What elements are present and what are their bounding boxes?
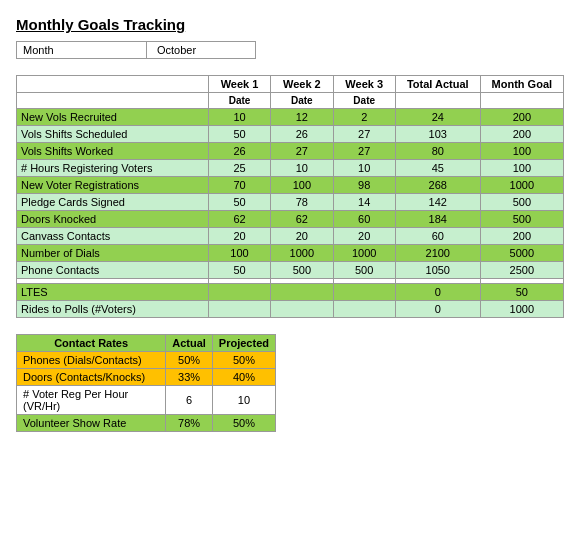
contact-row-cell: 50% xyxy=(166,352,213,369)
row-cell: 103 xyxy=(395,126,480,143)
month-label: Month xyxy=(17,42,147,58)
contact-row-cell: 40% xyxy=(212,369,275,386)
row-cell: 184 xyxy=(395,211,480,228)
row-cell xyxy=(208,301,270,318)
table-row: Pledge Cards Signed507814142500 xyxy=(17,194,564,211)
row-label: New Voter Registrations xyxy=(17,177,209,194)
row-cell: 5000 xyxy=(480,245,563,262)
row-cell: 100 xyxy=(208,245,270,262)
row-label: Pledge Cards Signed xyxy=(17,194,209,211)
row-cell: 50 xyxy=(208,126,270,143)
row-cell: 98 xyxy=(333,177,395,194)
row-cell: 1000 xyxy=(480,301,563,318)
row-label: Canvass Contacts xyxy=(17,228,209,245)
main-tracking-table: Week 1 Week 2 Week 3 Total Actual Month … xyxy=(16,75,564,318)
row-label: LTES xyxy=(17,284,209,301)
row-cell: 12 xyxy=(271,109,333,126)
row-cell: 200 xyxy=(480,126,563,143)
row-label: Doors Knocked xyxy=(17,211,209,228)
row-cell: 26 xyxy=(271,126,333,143)
row-cell: 268 xyxy=(395,177,480,194)
contact-table-row: Doors (Contacts/Knocks)33%40% xyxy=(17,369,276,386)
contact-col-header-projected: Projected xyxy=(212,335,275,352)
main-table-body: New Vols Recruited1012224200Vols Shifts … xyxy=(17,109,564,318)
row-cell: 2500 xyxy=(480,262,563,279)
contact-row-cell: 78% xyxy=(166,415,213,432)
row-cell: 10 xyxy=(333,160,395,177)
row-cell: 500 xyxy=(480,194,563,211)
month-value: October xyxy=(147,42,206,58)
row-label: # Hours Registering Voters xyxy=(17,160,209,177)
row-cell: 50 xyxy=(208,262,270,279)
row-cell: 10 xyxy=(208,109,270,126)
table-row: Number of Dials1001000100021005000 xyxy=(17,245,564,262)
row-label: Vols Shifts Scheduled xyxy=(17,126,209,143)
row-cell: 2 xyxy=(333,109,395,126)
row-cell: 26 xyxy=(208,143,270,160)
table-row: LTES050 xyxy=(17,284,564,301)
subheader-week2-date: Date xyxy=(271,93,333,109)
table-row: New Vols Recruited1012224200 xyxy=(17,109,564,126)
contact-rates-table: Contact Rates Actual Projected Phones (D… xyxy=(16,334,276,432)
row-cell: 2100 xyxy=(395,245,480,262)
contact-row-cell: 10 xyxy=(212,386,275,415)
table-row: Phone Contacts5050050010502500 xyxy=(17,262,564,279)
contact-row-label: Doors (Contacts/Knocks) xyxy=(17,369,166,386)
subheader-week1-date: Date xyxy=(208,93,270,109)
table-row: Vols Shifts Scheduled502627103200 xyxy=(17,126,564,143)
table-row: # Hours Registering Voters25101045100 xyxy=(17,160,564,177)
row-cell: 24 xyxy=(395,109,480,126)
row-label: New Vols Recruited xyxy=(17,109,209,126)
col-header-week1: Week 1 xyxy=(208,76,270,93)
table-row: Vols Shifts Worked26272780100 xyxy=(17,143,564,160)
subheader-week3-date: Date xyxy=(333,93,395,109)
row-cell: 1000 xyxy=(480,177,563,194)
row-cell xyxy=(271,284,333,301)
row-cell: 60 xyxy=(395,228,480,245)
row-cell: 27 xyxy=(333,143,395,160)
col-header-week3: Week 3 xyxy=(333,76,395,93)
row-cell: 27 xyxy=(271,143,333,160)
row-cell: 62 xyxy=(208,211,270,228)
row-cell: 1000 xyxy=(333,245,395,262)
row-cell: 500 xyxy=(333,262,395,279)
row-label: Phone Contacts xyxy=(17,262,209,279)
row-cell: 10 xyxy=(271,160,333,177)
row-cell: 70 xyxy=(208,177,270,194)
row-cell: 78 xyxy=(271,194,333,211)
row-cell: 1000 xyxy=(271,245,333,262)
table-row: Canvass Contacts20202060200 xyxy=(17,228,564,245)
page-title: Monthly Goals Tracking xyxy=(16,16,564,33)
row-cell: 45 xyxy=(395,160,480,177)
row-cell: 100 xyxy=(271,177,333,194)
row-cell: 60 xyxy=(333,211,395,228)
table-subheader-row: Date Date Date xyxy=(17,93,564,109)
row-cell: 25 xyxy=(208,160,270,177)
row-cell: 200 xyxy=(480,109,563,126)
contact-table-row: Phones (Dials/Contacts)50%50% xyxy=(17,352,276,369)
row-cell: 20 xyxy=(271,228,333,245)
contact-col-header-actual: Actual xyxy=(166,335,213,352)
contact-table-body: Phones (Dials/Contacts)50%50%Doors (Cont… xyxy=(17,352,276,432)
col-header-total: Total Actual xyxy=(395,76,480,93)
contact-header-row: Contact Rates Actual Projected xyxy=(17,335,276,352)
contact-row-cell: 6 xyxy=(166,386,213,415)
row-cell: 100 xyxy=(480,143,563,160)
row-cell: 0 xyxy=(395,284,480,301)
row-label: Number of Dials xyxy=(17,245,209,262)
row-cell: 20 xyxy=(333,228,395,245)
col-header-label xyxy=(17,76,209,93)
row-cell xyxy=(333,284,395,301)
contact-table-row: # Voter Reg Per Hour (VR/Hr)610 xyxy=(17,386,276,415)
col-header-week2: Week 2 xyxy=(271,76,333,93)
row-cell: 0 xyxy=(395,301,480,318)
row-cell: 50 xyxy=(208,194,270,211)
table-header-row: Week 1 Week 2 Week 3 Total Actual Month … xyxy=(17,76,564,93)
row-cell: 500 xyxy=(271,262,333,279)
row-cell xyxy=(333,301,395,318)
contact-row-cell: 50% xyxy=(212,352,275,369)
row-cell: 14 xyxy=(333,194,395,211)
contact-row-cell: 33% xyxy=(166,369,213,386)
row-cell xyxy=(271,301,333,318)
row-cell: 100 xyxy=(480,160,563,177)
